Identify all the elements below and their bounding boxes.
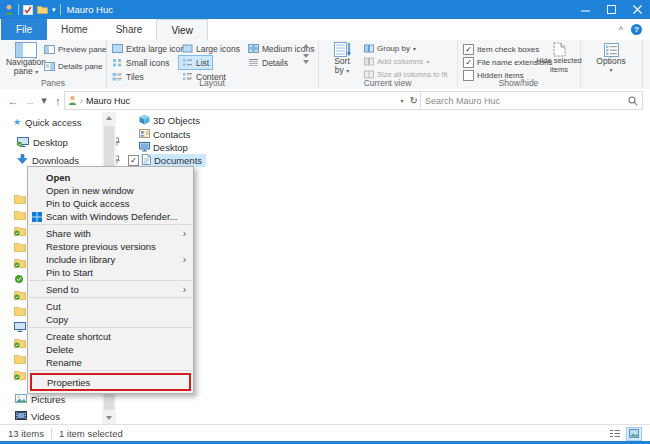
preview-pane-button[interactable]: Preview pane — [44, 45, 106, 54]
menu-item-rename[interactable]: Rename — [28, 356, 193, 369]
breadcrumb-chevron-icon: › — [80, 96, 83, 106]
file-item-3d-objects[interactable]: 3D Objects — [138, 114, 200, 127]
tab-home[interactable]: Home — [47, 19, 102, 40]
file-item-desktop[interactable]: Desktop — [138, 141, 188, 154]
menu-item-restore-previous-versions[interactable]: Restore previous versions — [28, 240, 193, 253]
menu-item-delete[interactable]: Delete — [28, 343, 193, 356]
tab-file[interactable]: File — [1, 19, 47, 40]
maximize-button[interactable] — [598, 0, 624, 19]
menu-item-copy[interactable]: Copy — [28, 313, 193, 326]
scroll-down-icon[interactable] — [106, 416, 112, 420]
item-checkbox-checked-icon[interactable]: ✓ — [128, 155, 139, 166]
tab-share[interactable]: Share — [102, 19, 157, 40]
menu-item-create-shortcut[interactable]: Create shortcut — [28, 330, 193, 343]
medium-icons-icon — [248, 44, 259, 53]
gallery-scroll-down-icon[interactable] — [303, 54, 309, 58]
sort-by-button[interactable]: Sort by ▾ — [326, 42, 358, 75]
file-item-contacts[interactable]: Contacts — [138, 128, 191, 141]
menu-item-pin-to-quick-access[interactable]: Pin to Quick access — [28, 197, 193, 210]
ribbon-tab-row: File Home Share View ^ ? — [0, 19, 650, 40]
sidebar-item-videos[interactable]: Videos — [15, 410, 60, 423]
menu-separator — [29, 280, 192, 281]
layout-extra-large-icons[interactable]: Extra large icons — [112, 42, 189, 55]
add-columns-button[interactable]: Add columns ▾ — [364, 57, 429, 66]
details-label: Details — [262, 58, 288, 68]
quick-access-toolbar: ▾ — [0, 4, 61, 15]
layout-large-icons[interactable]: Large icons — [182, 42, 240, 55]
refresh-icon[interactable]: ↻ — [410, 95, 418, 106]
address-dropdown-icon[interactable]: ▾ — [401, 97, 404, 104]
menu-item-properties[interactable]: Properties — [32, 375, 189, 389]
submenu-arrow-icon: › — [183, 229, 186, 239]
menu-item-include-in-library[interactable]: Include in library› — [28, 253, 193, 266]
folder-synced-icon — [14, 254, 27, 265]
qat-folder-icon[interactable] — [37, 5, 48, 14]
hide-selected-items-icon — [553, 42, 566, 57]
sidebar-item-label: Pictures — [31, 394, 65, 405]
menu-item-send-to[interactable]: Send to› — [28, 283, 193, 296]
menu-item-cut[interactable]: Cut — [28, 300, 193, 313]
item-check-boxes-checkbox[interactable]: ✓ Item check boxes — [463, 44, 539, 55]
gallery-more-icon[interactable] — [303, 64, 309, 74]
folder-icon — [14, 238, 27, 249]
sort-by-icon — [334, 42, 351, 57]
ribbon-group-panes: Navigation pane ▾ Preview pane Details p… — [0, 40, 107, 88]
current-view-group-label: Current view — [318, 78, 457, 88]
context-menu: Open Open in new window Pin to Quick acc… — [27, 166, 194, 394]
sidebar-item-quick-access[interactable]: ★ Quick access — [13, 116, 82, 129]
small-icons-icon — [112, 58, 123, 67]
show-hide-group-label: Show/hide — [457, 78, 580, 88]
back-button[interactable]: ← — [4, 95, 22, 107]
qat-customize-dropdown-icon[interactable]: ▾ — [52, 6, 56, 14]
details-icon — [248, 58, 259, 67]
qat-checkbox-icon[interactable] — [23, 5, 33, 15]
gallery-scroll-up-icon[interactable] — [303, 44, 309, 48]
navigation-pane-button[interactable]: Navigation pane ▾ — [4, 42, 48, 76]
menu-item-open-in-new-window[interactable]: Open in new window — [28, 184, 193, 197]
ribbon-group-options: Options ▾ — [580, 40, 643, 88]
tab-view[interactable]: View — [156, 19, 208, 40]
hide-selected-items-button[interactable]: Hide selected items — [541, 42, 577, 74]
preview-pane-label: Preview pane — [58, 45, 106, 54]
recent-locations-dropdown-icon[interactable]: ▾ — [38, 94, 50, 107]
ribbon-group-show-hide: ✓ Item check boxes ✓ File name extension… — [457, 40, 581, 88]
menu-item-scan-with-windows-defender[interactable]: Scan with Windows Defender... — [28, 210, 193, 223]
minimize-button[interactable] — [572, 0, 598, 19]
group-by-button[interactable]: Group by ▾ — [364, 44, 416, 53]
details-pane-button[interactable]: Details pane — [44, 62, 102, 71]
search-input[interactable] — [421, 96, 628, 106]
list-icon — [182, 58, 193, 67]
options-button[interactable]: Options ▾ — [591, 43, 631, 74]
menu-item-open[interactable]: Open — [28, 171, 193, 184]
folder-icon — [14, 350, 27, 361]
folder-icon — [14, 206, 27, 217]
file-item-label: 3D Objects — [153, 115, 200, 126]
help-icon[interactable]: ? — [631, 24, 642, 35]
search-icon[interactable] — [628, 96, 642, 106]
menu-item-pin-to-start[interactable]: Pin to Start — [28, 266, 193, 279]
status-separator — [51, 428, 52, 439]
folder-icon — [14, 302, 27, 313]
sidebar-item-pictures[interactable]: Pictures — [15, 393, 65, 406]
address-box[interactable]: › Mauro Huc ▾ ↻ — [64, 91, 422, 110]
breadcrumb-location[interactable]: Mauro Huc — [86, 96, 130, 106]
layout-details[interactable]: Details — [248, 56, 288, 69]
dropdown-icon: ▾ — [35, 69, 38, 75]
dropdown-icon: ▾ — [346, 68, 349, 74]
menu-item-share-with[interactable]: Share with› — [28, 227, 193, 240]
layout-list[interactable]: List — [178, 55, 213, 70]
ribbon: Navigation pane ▾ Preview pane Details p… — [0, 40, 650, 90]
details-view-toggle-icon[interactable] — [608, 428, 622, 440]
ribbon-group-current-view: Sort by ▾ Group by ▾ Add columns ▾ Size … — [318, 40, 458, 88]
submenu-arrow-icon: › — [183, 285, 186, 295]
minimize-ribbon-icon[interactable]: ^ — [619, 25, 623, 35]
close-button[interactable] — [624, 0, 650, 19]
item-check-boxes-label: Item check boxes — [477, 45, 539, 54]
large-icons-view-toggle-icon[interactable] — [626, 427, 642, 441]
checkbox-checked-icon: ✓ — [463, 57, 474, 68]
sidebar-item-label: Videos — [31, 411, 60, 422]
forward-button[interactable]: → — [22, 95, 38, 107]
window-title: Mauro Huc — [67, 4, 113, 15]
scroll-up-icon[interactable] — [106, 116, 112, 120]
layout-small-icons[interactable]: Small icons — [112, 56, 169, 69]
